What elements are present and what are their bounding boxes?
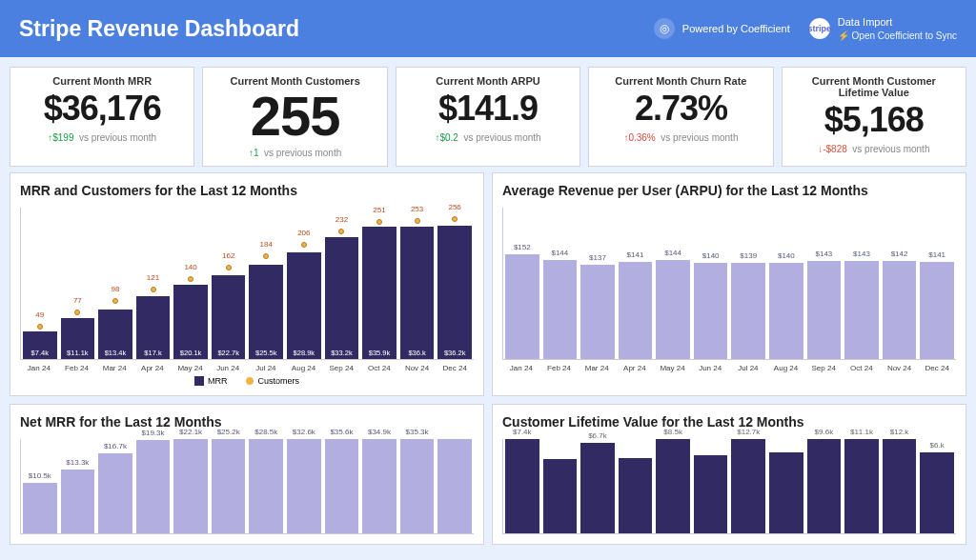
bar-column: 232$33.2k: [325, 208, 359, 359]
bar: $25.2k: [212, 439, 246, 533]
bar-column: $140: [694, 208, 728, 359]
bar: $141: [619, 262, 653, 359]
customer-value-label: 253: [411, 205, 423, 213]
bar-column: $25.2k: [212, 439, 246, 533]
bar: $6.k: [920, 452, 954, 533]
bar-column: $35.6k: [325, 439, 359, 533]
customer-marker: [188, 276, 193, 282]
kpi-delta: ↓-$828 vs previous month: [792, 144, 956, 154]
bar-column: $12.7k: [731, 439, 765, 533]
charts-grid: MRR and Customers for the Last 12 Months…: [0, 172, 976, 554]
bar: $137: [580, 265, 615, 359]
bar: $6.7k: [580, 443, 615, 533]
bar: [543, 459, 578, 533]
customer-marker: [37, 324, 43, 330]
bar-value-label: $22.7k: [217, 349, 239, 357]
chart-title: Customer Lifetime Value for the Last 12 …: [502, 414, 956, 430]
kpi-card: Current Month Customer Lifetime Value$5,…: [782, 67, 966, 167]
bar-value-label: $141: [928, 250, 946, 259]
bar-value-label: $35.3k: [406, 428, 429, 436]
customer-marker: [301, 242, 307, 248]
sync-text: Open Coefficient to Sync: [852, 30, 957, 41]
bar-column: [437, 439, 472, 533]
bar-value-label: $141: [627, 250, 644, 259]
chart-clv: Customer Lifetime Value for the Last 12 …: [492, 404, 966, 545]
bar-column: [694, 439, 728, 533]
legend-label: Customers: [257, 376, 299, 386]
kpi-value: 255: [213, 89, 376, 144]
kpi-label: Current Month MRR: [20, 75, 184, 87]
bar: $7.4k: [505, 439, 539, 533]
bar-value-label: $32.6k: [293, 428, 315, 436]
x-label: Nov 24: [400, 364, 435, 372]
bar-column: 121$17.k: [136, 208, 171, 359]
bar-value-label: $16.7k: [104, 442, 127, 450]
x-label: Aug 24: [769, 364, 803, 372]
x-label: Mar 24: [97, 364, 132, 372]
x-label: Aug 24: [287, 364, 321, 372]
customer-marker: [376, 219, 382, 225]
bar: $13.3k: [61, 470, 95, 533]
x-label: Apr 24: [135, 364, 170, 372]
bar: $11.1k: [844, 439, 879, 533]
bar-column: $141: [920, 208, 954, 359]
bar-column: $142: [883, 208, 917, 359]
kpi-delta: ↑0.36% vs previous month: [599, 132, 762, 143]
bar: [437, 439, 472, 533]
bar-column: $143: [807, 208, 842, 359]
bar-value-label: $35.9k: [369, 349, 391, 357]
customer-marker: [112, 298, 118, 304]
bar-value-label: $152: [514, 243, 531, 251]
bar-value-label: $19.3k: [142, 429, 165, 437]
legend-customers: Customers: [246, 376, 299, 386]
bar: $22.7k: [212, 275, 246, 359]
chart-title: MRR and Customers for the Last 12 Months: [20, 183, 474, 198]
bar-value-label: $20.1k: [180, 349, 202, 357]
customer-marker: [226, 265, 232, 270]
bar: [769, 452, 803, 533]
bar: $16.7k: [98, 453, 132, 533]
bar-column: $10.5k: [23, 439, 57, 533]
bar-column: $143: [844, 208, 879, 359]
bar: $22.1k: [173, 439, 208, 533]
bar: $7.4k: [23, 331, 57, 359]
kpi-value: 2.73%: [599, 89, 762, 129]
x-label: Jan 24: [504, 364, 539, 372]
bar-column: 49$7.4k: [23, 208, 57, 359]
customer-value-label: 140: [184, 263, 196, 271]
bar-column: $22.1k: [173, 439, 208, 533]
bar-column: $12.k: [883, 439, 917, 533]
header: Stripe Revenue Dashboard ◎ Powered by Co…: [0, 0, 976, 57]
bar-column: $7.4k: [505, 439, 539, 533]
x-label: Dec 24: [920, 364, 954, 372]
x-axis-labels: Jan 24Feb 24Mar 24Apr 24May 24Jun 24Jul …: [20, 364, 474, 372]
bar: $140: [769, 263, 803, 359]
bar-value-label: $36.k: [408, 349, 425, 357]
bar-value-label: $12.7k: [737, 428, 760, 436]
bar: $34.9k: [362, 439, 396, 533]
chart-mrr-customers: MRR and Customers for the Last 12 Months…: [10, 172, 484, 396]
powered-by: ◎ Powered by Coefficient: [654, 18, 790, 39]
x-label: Jun 24: [211, 364, 245, 372]
customer-marker: [338, 229, 344, 234]
x-label: Apr 24: [618, 364, 652, 372]
stripe-icon: stripe: [809, 18, 830, 39]
x-label: Sep 24: [324, 364, 358, 372]
data-import[interactable]: stripe Data Import ⚡ Open Coefficient to…: [809, 15, 957, 41]
bar-value-label: $143: [816, 250, 833, 258]
bar-column: $9.6k: [807, 439, 842, 533]
bar-value-label: $22.1k: [179, 428, 202, 436]
bar-value-label: $140: [702, 251, 720, 260]
bar: $8.5k: [656, 439, 690, 533]
bar-value-label: $7.4k: [513, 428, 532, 436]
bar-column: 162$22.7k: [212, 208, 246, 359]
x-label: Dec 24: [437, 364, 472, 372]
bar-column: 206$28.9k: [287, 208, 321, 359]
bar: $144: [543, 260, 578, 359]
kpi-value: $36,176: [20, 89, 184, 129]
bar-value-label: $140: [778, 251, 795, 260]
bar-value-label: $143: [853, 250, 870, 258]
bar-column: 253$36.k: [400, 208, 435, 359]
bar-value-label: $33.2k: [331, 349, 353, 357]
customer-value-label: 206: [297, 229, 310, 237]
